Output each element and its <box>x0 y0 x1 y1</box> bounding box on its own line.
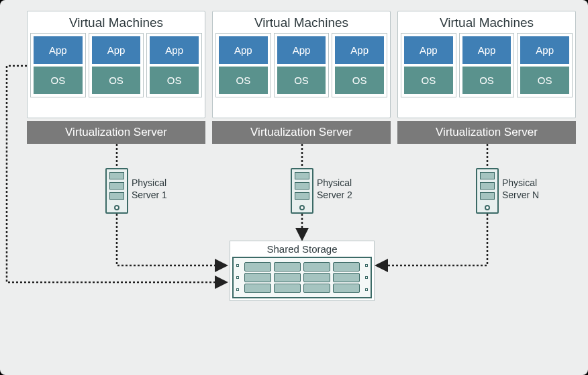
app-box: App <box>277 36 326 64</box>
app-box: App <box>219 36 268 64</box>
app-box: App <box>92 36 141 64</box>
os-box: OS <box>150 67 199 94</box>
vm-group-2: Virtual Machines AppOS AppOS AppOS <box>212 11 391 118</box>
os-box: OS <box>219 67 268 94</box>
physical-server-icon-3 <box>476 168 499 214</box>
shared-storage-title: Shared Storage <box>230 241 374 257</box>
os-box: OS <box>404 67 453 94</box>
os-box: OS <box>520 67 569 94</box>
os-box: OS <box>34 67 83 94</box>
physical-server-label-2: PhysicalServer 2 <box>317 177 352 201</box>
physical-server-icon-2 <box>291 168 313 214</box>
os-box: OS <box>462 67 511 94</box>
vm-group-1: Virtual Machines AppOS AppOS AppOS <box>27 11 205 118</box>
storage-rack-icon <box>232 257 372 298</box>
app-box: App <box>150 36 199 64</box>
physical-server-label-1: PhysicalServer 1 <box>132 177 167 201</box>
os-box: OS <box>277 67 326 94</box>
os-box: OS <box>335 67 384 94</box>
vm-group-3: Virtual Machines AppOS AppOS AppOS <box>397 11 576 118</box>
virtualization-server-1: Virtualization Server <box>27 121 205 144</box>
virtualization-server-3: Virtualization Server <box>397 121 576 144</box>
virtualization-diagram: Virtual Machines AppOS AppOS AppOS Virtu… <box>0 0 588 375</box>
os-box: OS <box>92 67 141 94</box>
app-box: App <box>335 36 384 64</box>
vm-group-title: Virtual Machines <box>213 11 390 33</box>
shared-storage: Shared Storage <box>230 241 375 301</box>
physical-server-label-3: PhysicalServer N <box>502 177 539 201</box>
app-box: App <box>34 36 83 64</box>
app-box: App <box>462 36 511 64</box>
vm-group-title: Virtual Machines <box>28 11 205 33</box>
app-box: App <box>520 36 569 64</box>
app-box: App <box>404 36 453 64</box>
vm-group-title: Virtual Machines <box>398 11 575 33</box>
virtualization-server-2: Virtualization Server <box>212 121 391 144</box>
physical-server-icon-1 <box>105 168 128 214</box>
